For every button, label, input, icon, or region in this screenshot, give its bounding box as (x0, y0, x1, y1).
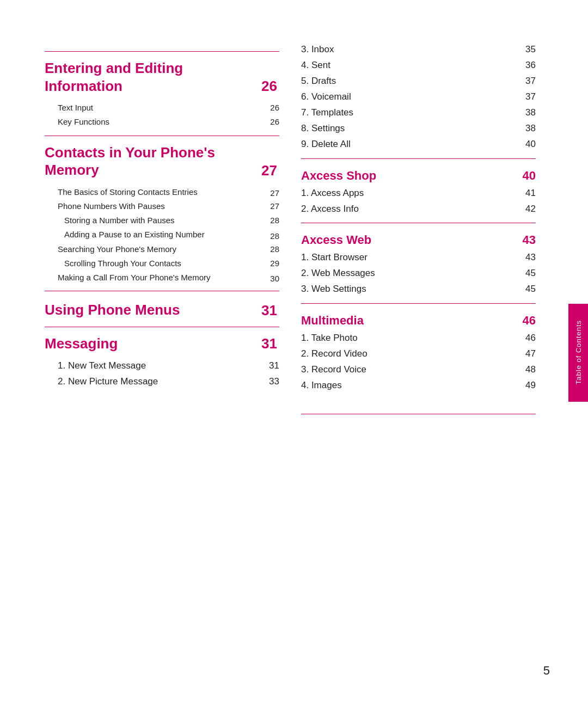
section-axcess-web-page: 43 (523, 233, 536, 247)
divider-contacts (45, 136, 279, 136)
toc-adding-pause: Adding a Pause to an Existing Number 28 (45, 229, 279, 240)
toc-new-text-message-label: 1. New Text Message (58, 360, 264, 372)
section-multimedia-page: 46 (523, 314, 536, 328)
toc-inbox-label: 3. Inbox (301, 44, 520, 56)
divider-messaging (45, 327, 279, 327)
toc-key-functions: Key Functions 26 (45, 117, 279, 127)
toc-key-functions-page: 26 (264, 117, 279, 126)
section-entering: Entering and Editing Information 26 (45, 59, 279, 95)
toc-drafts-label: 5. Drafts (301, 75, 520, 88)
toc-text-input-page: 26 (264, 103, 279, 112)
toc-voicemail: 6. Voicemail 37 (301, 91, 536, 103)
left-column: Entering and Editing Information 26 Text… (45, 44, 290, 672)
main-content: Entering and Editing Information 26 Text… (0, 0, 568, 705)
toc-new-picture-message-label: 2. New Picture Message (58, 376, 264, 388)
toc-drafts: 5. Drafts 37 (301, 75, 536, 88)
section-messaging-heading: Messaging (45, 335, 261, 353)
toc-start-browser-label: 1. Start Browser (301, 252, 520, 264)
toc-axcess-info-page: 42 (520, 204, 536, 214)
toc-web-settings-label: 3. Web Settings (301, 283, 520, 296)
toc-inbox: 3. Inbox 35 (301, 44, 536, 56)
section-axcess-shop-page: 40 (523, 169, 536, 183)
toc-delete-all-page: 40 (520, 139, 536, 150)
toc-new-picture-message: 2. New Picture Message 33 (45, 376, 279, 388)
section-contacts-heading: Contacts in Your Phone's Memory (45, 144, 261, 179)
toc-phone-numbers-pauses-page: 27 (264, 201, 279, 211)
toc-searching-memory: Searching Your Phone's Memory 28 (45, 244, 279, 255)
section-entering-heading: Entering and Editing Information (45, 59, 261, 95)
section-messaging: Messaging 31 (45, 335, 279, 353)
section-axcess-web: Axcess Web 43 (301, 233, 536, 247)
toc-making-call-label: Making a Call From Your Phone's Memory (58, 272, 264, 283)
toc-web-messages-label: 2. Web Messages (301, 267, 520, 280)
section-axcess-shop-heading: Axcess Shop (301, 169, 376, 183)
toc-axcess-apps-label: 1. Axcess Apps (301, 187, 520, 200)
toc-storing-number-pauses-page: 28 (264, 216, 279, 225)
toc-record-voice-page: 48 (520, 364, 536, 375)
toc-phone-numbers-pauses: Phone Numbers With Pauses 27 (45, 201, 279, 212)
toc-searching-memory-label: Searching Your Phone's Memory (58, 244, 264, 255)
toc-new-text-message-page: 31 (264, 360, 279, 371)
page-number: 5 (543, 664, 550, 678)
toc-basics-storing-page: 27 (264, 188, 279, 198)
toc-record-video: 2. Record Video 47 (301, 348, 536, 360)
section-axcess-web-heading: Axcess Web (301, 233, 371, 247)
toc-drafts-page: 37 (520, 76, 536, 87)
toc-settings-label: 8. Settings (301, 122, 520, 135)
section-contacts: Contacts in Your Phone's Memory 27 (45, 144, 279, 179)
divider-axcess-shop (301, 158, 536, 159)
section-using-menus: Using Phone Menus 31 (45, 301, 279, 319)
section-entering-page: 26 (261, 78, 279, 95)
toc-images-page: 49 (520, 380, 536, 391)
toc-making-call: Making a Call From Your Phone's Memory 3… (45, 272, 279, 283)
toc-scrolling-contacts: Scrolling Through Your Contacts 29 (45, 258, 279, 269)
toc-text-input: Text Input 26 (45, 102, 279, 113)
section-multimedia: Multimedia 46 (301, 314, 536, 328)
toc-storing-number-pauses: Storing a Number with Pauses 28 (45, 215, 279, 226)
right-column: 3. Inbox 35 4. Sent 36 5. Drafts 37 6. V… (290, 44, 536, 672)
toc-images-label: 4. Images (301, 379, 520, 392)
section-using-menus-page: 31 (261, 302, 279, 319)
toc-settings-page: 38 (520, 123, 536, 134)
divider-using-menus (45, 291, 279, 291)
toc-inbox-page: 35 (520, 44, 536, 55)
toc-storing-number-pauses-label: Storing a Number with Pauses (64, 215, 264, 226)
toc-templates-page: 38 (520, 107, 536, 118)
toc-templates: 7. Templates 38 (301, 107, 536, 119)
toc-new-text-message: 1. New Text Message 31 (45, 360, 279, 372)
toc-scrolling-contacts-label: Scrolling Through Your Contacts (64, 258, 264, 269)
toc-searching-memory-page: 28 (264, 244, 279, 254)
toc-adding-pause-page: 28 (264, 231, 279, 241)
section-messaging-page: 31 (261, 335, 279, 352)
toc-adding-pause-label: Adding a Pause to an Existing Number (64, 229, 264, 240)
toc-new-picture-message-page: 33 (264, 376, 279, 387)
divider-multimedia (301, 303, 536, 304)
page-container: Table of Contents Entering and Editing I… (0, 0, 588, 705)
section-multimedia-heading: Multimedia (301, 314, 364, 328)
toc-web-settings: 3. Web Settings 45 (301, 283, 536, 296)
toc-basics-storing-label: The Basics of Storing Contacts Entries (58, 187, 264, 198)
toc-web-messages: 2. Web Messages 45 (301, 267, 536, 280)
toc-start-browser: 1. Start Browser 43 (301, 252, 536, 264)
toc-sent-page: 36 (520, 60, 536, 71)
toc-record-video-page: 47 (520, 348, 536, 359)
toc-axcess-apps-page: 41 (520, 188, 536, 199)
toc-voicemail-page: 37 (520, 91, 536, 102)
toc-making-call-page: 30 (264, 274, 279, 283)
toc-web-settings-page: 45 (520, 284, 536, 295)
toc-axcess-apps: 1. Axcess Apps 41 (301, 187, 536, 200)
toc-sent: 4. Sent 36 (301, 59, 536, 72)
toc-axcess-info-label: 2. Axcess Info (301, 203, 520, 216)
toc-templates-label: 7. Templates (301, 107, 520, 119)
toc-start-browser-page: 43 (520, 252, 536, 263)
toc-web-messages-page: 45 (520, 268, 536, 279)
toc-record-voice-label: 3. Record Voice (301, 364, 520, 376)
section-axcess-shop: Axcess Shop 40 (301, 169, 536, 183)
toc-scrolling-contacts-page: 29 (264, 259, 279, 268)
toc-delete-all: 9. Delete All 40 (301, 138, 536, 151)
toc-take-photo-label: 1. Take Photo (301, 332, 520, 345)
divider-axcess-web (301, 223, 536, 223)
toc-voicemail-label: 6. Voicemail (301, 91, 520, 103)
toc-text-input-label: Text Input (58, 102, 264, 113)
toc-sent-label: 4. Sent (301, 59, 520, 72)
